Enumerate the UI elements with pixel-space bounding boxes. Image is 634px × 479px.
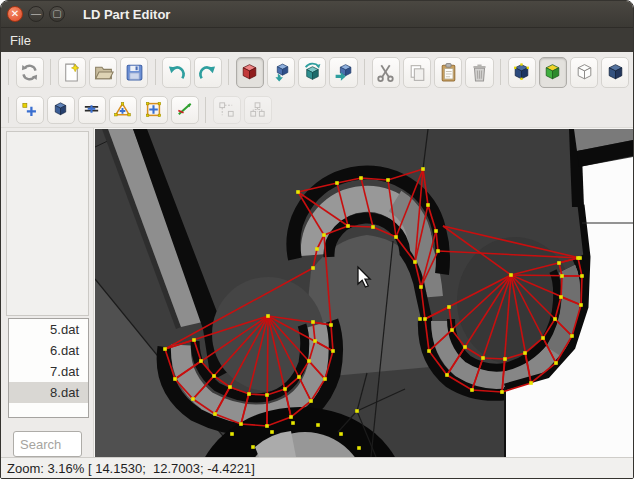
status-zoom-coordinates: Zoom: 3.16% [ 14.1530; 12.7003; -4.4221] [1,461,255,476]
redo-button[interactable] [194,57,222,88]
part-tree-panel[interactable] [6,131,89,316]
main-area: 5.dat 6.dat 7.dat 8.dat [1,128,633,457]
add-condline-button[interactable] [171,96,199,124]
toolbar-separator [8,59,9,85]
add-condline-icon [175,100,194,119]
cut-button[interactable] [372,57,400,88]
select-cube-icon [239,62,260,83]
file-item[interactable]: 6.dat [9,340,88,361]
rotate-mode-button[interactable] [298,57,326,88]
vertex-mode-icon [511,62,532,83]
add-quad-button[interactable] [140,96,168,124]
add-subfile-button[interactable] [47,96,75,124]
sidebar: 5.dat 6.dat 7.dat 8.dat [1,128,94,457]
cut-icon [375,62,396,83]
toolbar-separator [364,59,365,85]
rotate-cube-icon [302,62,323,83]
split-icon [248,100,267,119]
close-icon: ✕ [11,9,19,19]
face-mode-icon [542,62,563,83]
add-quad-icon [144,100,163,119]
file-item-selected[interactable]: 8.dat [9,382,88,403]
redo-icon [197,62,218,83]
merge-button[interactable] [213,96,241,124]
add-line-icon [82,100,101,119]
paste-button[interactable] [434,57,462,88]
split-button[interactable] [244,96,272,124]
scale-mode-button[interactable] [329,57,357,88]
toolbar-main [1,52,633,92]
select-mode-button[interactable] [236,57,264,88]
search-input[interactable] [13,431,82,457]
line-select-button[interactable] [570,57,598,88]
file-list: 5.dat 6.dat 7.dat 8.dat [8,318,89,418]
add-triangle-icon [113,100,132,119]
delete-button[interactable] [465,57,493,88]
toolbar-separator [50,59,51,85]
toolbar-separator [500,59,501,85]
add-triangle-button[interactable] [109,96,137,124]
toolbar-add [1,92,633,128]
paste-icon [438,62,459,83]
window-title: LD Part Editor [83,7,170,22]
toolbar-separator [228,59,229,85]
add-vertex-icon [20,100,39,119]
copy-icon [407,62,428,83]
toolbar-separator [205,97,206,123]
trash-icon [469,62,490,83]
save-button[interactable] [120,57,148,88]
subfile-select-button[interactable] [601,57,629,88]
new-file-icon [61,62,82,83]
add-line-button[interactable] [78,96,106,124]
minimize-button[interactable]: — [28,6,44,22]
toolbar-separator [155,59,156,85]
move-mode-button[interactable] [267,57,295,88]
toolbar-separator [8,97,9,123]
save-icon [124,62,145,83]
menu-bar: File [1,28,633,52]
close-button[interactable]: ✕ [7,6,23,22]
sync-button[interactable] [16,57,44,88]
maximize-button[interactable]: ▢ [49,6,65,22]
sync-icon [19,62,40,83]
face-select-button[interactable] [539,57,567,88]
move-cube-icon [271,62,292,83]
open-button[interactable] [89,57,117,88]
3d-scene [95,129,633,457]
add-vertex-button[interactable] [16,96,44,124]
status-bar: Zoom: 3.16% [ 14.1530; 12.7003; -4.4221] [1,457,633,478]
maximize-icon: ▢ [52,9,61,19]
copy-button[interactable] [403,57,431,88]
title-bar: ✕ — ▢ LD Part Editor [1,1,633,28]
merge-icon [217,100,236,119]
undo-button[interactable] [162,57,190,88]
file-item[interactable]: 5.dat [9,319,88,340]
add-subfile-icon [51,100,70,119]
new-button[interactable] [58,57,86,88]
vertex-select-button[interactable] [508,57,536,88]
scale-cube-icon [333,62,354,83]
search-box [13,431,82,457]
subfile-mode-icon [605,62,626,83]
file-item[interactable]: 7.dat [9,361,88,382]
minimize-icon: — [31,9,41,19]
3d-viewport[interactable] [94,128,633,457]
open-folder-icon [93,62,114,83]
menu-file[interactable]: File [1,28,40,52]
app-window: ✕ — ▢ LD Part Editor File [0,0,634,479]
line-mode-icon [574,62,595,83]
undo-icon [166,62,187,83]
